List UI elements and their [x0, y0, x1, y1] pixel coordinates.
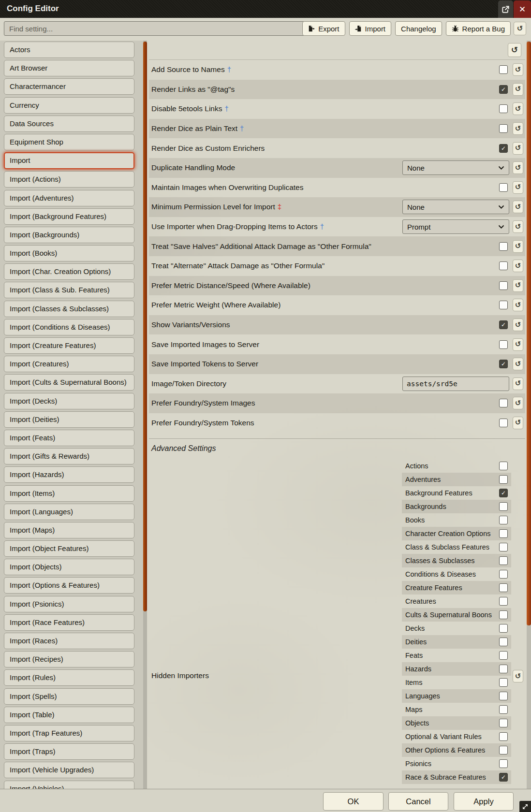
sidebar-item[interactable]: Actors [4, 42, 134, 58]
setting-text-input[interactable] [402, 377, 509, 391]
sidebar-item[interactable]: Import (Object Features) [4, 540, 134, 557]
hidden-importer-checkbox[interactable]: ✓ [499, 705, 508, 714]
setting-checkbox[interactable]: ✓ [499, 399, 508, 407]
sidebar-item[interactable]: Import (Conditions & Diseases) [4, 319, 134, 335]
reset-setting-button[interactable]: ↺ [513, 122, 523, 135]
setting-checkbox[interactable]: ✓ [499, 104, 508, 113]
hidden-importer-checkbox[interactable]: ✓ [499, 665, 508, 673]
cancel-button[interactable]: Cancel [388, 792, 448, 811]
sidebar-item[interactable]: Import (Char. Creation Options) [4, 263, 134, 280]
hidden-importer-checkbox[interactable]: ✓ [499, 651, 508, 660]
sidebar-item[interactable]: Import (Classes & Subclasses) [4, 301, 134, 317]
setting-checkbox[interactable]: ✓ [499, 261, 508, 270]
sidebar-item[interactable]: Currency [4, 97, 134, 114]
sidebar-item[interactable]: Import (Adventures) [4, 190, 134, 206]
sidebar-item[interactable]: Import (Hazards) [4, 466, 134, 483]
sidebar-item[interactable]: Import (Background Features) [4, 208, 134, 225]
sidebar-item[interactable]: Import (Gifts & Rewards) [4, 448, 134, 464]
reset-setting-button[interactable]: ↺ [513, 358, 523, 370]
reset-setting-button[interactable]: ↺ [513, 161, 523, 174]
sidebar-item[interactable]: Charactermancer [4, 78, 134, 95]
sidebar-item[interactable]: Import (Class & Sub. Features) [4, 282, 134, 298]
close-button[interactable]: ✕ [514, 0, 531, 18]
reset-setting-button[interactable]: ↺ [513, 338, 523, 351]
hidden-importer-checkbox[interactable]: ✓ [499, 462, 508, 470]
sidebar-item[interactable]: Import (Items) [4, 485, 134, 502]
sidebar-item[interactable]: Import (Race Features) [4, 614, 134, 631]
reset-setting-button[interactable]: ↺ [513, 83, 523, 96]
setting-select[interactable]: None [402, 200, 509, 214]
sidebar-item[interactable]: Import (Actions) [4, 171, 134, 188]
ok-button[interactable]: OK [323, 792, 384, 811]
hidden-importer-checkbox[interactable]: ✓ [499, 759, 508, 768]
hidden-importer-checkbox[interactable]: ✓ [499, 516, 508, 524]
sidebar-item[interactable]: Import (Decks) [4, 393, 134, 409]
changelog-button[interactable]: Changelog [395, 21, 442, 36]
reset-hidden-importers-button[interactable]: ↺ [513, 670, 523, 682]
hidden-importer-checkbox[interactable]: ✓ [499, 489, 508, 497]
sidebar-item[interactable]: Art Browser [4, 60, 134, 76]
reset-setting-button[interactable]: ↺ [513, 299, 523, 311]
sidebar-item[interactable]: Import [4, 152, 134, 169]
search-input[interactable] [4, 21, 324, 36]
sidebar-item[interactable]: Import (Trap Features) [4, 725, 134, 741]
reset-setting-button[interactable]: ↺ [513, 63, 523, 76]
report-bug-button[interactable]: Report a Bug [446, 21, 511, 36]
hidden-importer-checkbox[interactable]: ✓ [499, 583, 508, 592]
hidden-importer-checkbox[interactable]: ✓ [499, 570, 508, 579]
setting-checkbox[interactable]: ✓ [499, 242, 508, 251]
hidden-importer-checkbox[interactable]: ✓ [499, 502, 508, 511]
resize-handle[interactable] [519, 801, 531, 812]
setting-checkbox[interactable]: ✓ [499, 85, 508, 94]
import-button[interactable]: Import [349, 21, 392, 36]
hidden-importer-checkbox[interactable]: ✓ [499, 678, 508, 687]
reset-section-button[interactable]: ↺ [508, 43, 521, 57]
hidden-importer-checkbox[interactable]: ✓ [499, 529, 508, 538]
setting-checkbox[interactable]: ✓ [499, 320, 508, 329]
sidebar-item[interactable]: Import (Table) [4, 707, 134, 723]
sidebar-item[interactable]: Import (Objects) [4, 559, 134, 575]
sidebar-item[interactable]: Data Sources [4, 116, 134, 132]
sidebar-item[interactable]: Import (Languages) [4, 504, 134, 520]
setting-checkbox[interactable]: ✓ [499, 419, 508, 427]
hidden-importer-checkbox[interactable]: ✓ [499, 543, 508, 551]
setting-checkbox[interactable]: ✓ [499, 144, 508, 153]
reset-setting-button[interactable]: ↺ [513, 260, 523, 272]
reset-setting-button[interactable]: ↺ [513, 377, 523, 390]
sidebar-item[interactable]: Import (Options & Features) [4, 577, 134, 594]
sidebar-item[interactable]: Import (Backgrounds) [4, 227, 134, 243]
hidden-importer-checkbox[interactable]: ✓ [499, 773, 508, 782]
reset-setting-button[interactable]: ↺ [513, 279, 523, 292]
reset-setting-button[interactable]: ↺ [513, 319, 523, 331]
hidden-importer-checkbox[interactable]: ✓ [499, 624, 508, 633]
sidebar-item[interactable]: Import (Psionics) [4, 596, 134, 612]
setting-select[interactable]: None [402, 160, 509, 175]
apply-button[interactable]: Apply [454, 792, 514, 811]
sidebar-item[interactable]: Import (Cults & Supernatural Boons) [4, 374, 134, 391]
reset-setting-button[interactable]: ↺ [513, 102, 523, 115]
reset-setting-button[interactable]: ↺ [513, 201, 523, 213]
reset-all-button[interactable]: ↺ [514, 22, 526, 35]
setting-checkbox[interactable]: ✓ [499, 183, 508, 192]
sidebar-item[interactable]: Import (Books) [4, 245, 134, 261]
hidden-importer-checkbox[interactable]: ✓ [499, 475, 508, 484]
popout-button[interactable] [498, 0, 513, 18]
reset-setting-button[interactable]: ↺ [513, 240, 523, 253]
sidebar-item[interactable]: Import (Recipes) [4, 651, 134, 667]
reset-setting-button[interactable]: ↺ [513, 181, 523, 194]
hidden-importer-checkbox[interactable]: ✓ [499, 732, 508, 741]
export-button[interactable]: Export [302, 21, 345, 36]
setting-checkbox[interactable]: ✓ [499, 340, 508, 349]
sidebar-item[interactable]: Import (Feats) [4, 430, 134, 446]
sidebar-item[interactable]: Import (Maps) [4, 522, 134, 538]
sidebar-item[interactable]: Import (Vehicle Upgrades) [4, 762, 134, 778]
setting-select[interactable]: Prompt [402, 219, 509, 234]
hidden-importer-checkbox[interactable]: ✓ [499, 746, 508, 754]
setting-checkbox[interactable]: ✓ [499, 281, 508, 290]
setting-checkbox[interactable]: ✓ [499, 65, 508, 74]
sidebar-item[interactable]: Import (Spells) [4, 688, 134, 705]
hidden-importer-checkbox[interactable]: ✓ [499, 692, 508, 700]
sidebar-scrollbar-track[interactable] [143, 41, 147, 792]
main-scrollbar-track[interactable] [527, 41, 531, 792]
setting-checkbox[interactable]: ✓ [499, 301, 508, 309]
